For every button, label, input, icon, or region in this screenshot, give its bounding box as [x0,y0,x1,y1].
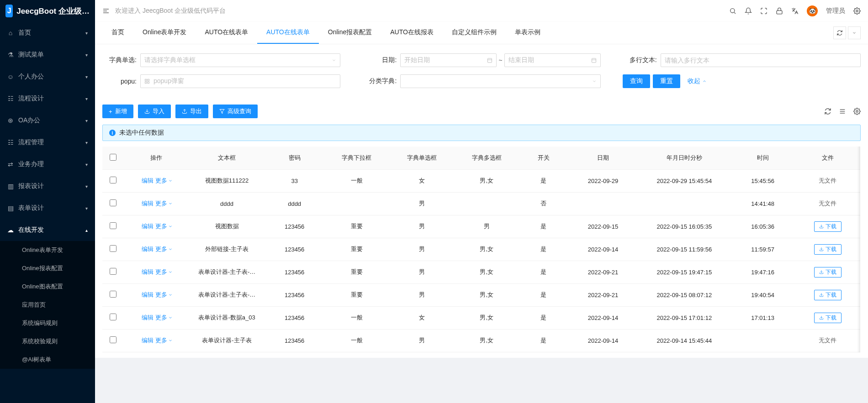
table-refresh-icon[interactable] [824,108,831,115]
sidebar-subitem[interactable]: Online报表配置 [0,259,95,277]
more-link[interactable]: 更多 [155,291,173,299]
tab[interactable]: Online报表配置 [319,22,381,44]
cell-text: 表单设计器-主子表-… [189,283,265,306]
cell-drop: 一般 [324,329,389,352]
tab[interactable]: AUTO在线表单 [257,22,319,44]
sidebar-item-online[interactable]: ☁在线开发▴ [0,219,95,241]
column-header: 日期 [568,147,638,169]
edit-link[interactable]: 编辑 [142,337,153,344]
tab[interactable]: 自定义组件示例 [443,22,506,44]
tab-more-icon[interactable] [848,26,861,39]
sidebar-item[interactable]: ☺个人办公▾ [0,66,95,88]
cell-pwd: 123456 [265,306,324,329]
export-button[interactable]: 导出 [175,105,208,118]
sidebar-item[interactable]: ⚗测试菜单▾ [0,44,95,66]
tab-refresh-icon[interactable] [833,26,846,39]
more-link[interactable]: 更多 [155,314,173,322]
chevron-down-icon [168,178,173,183]
sidebar-subitem[interactable]: Online表单开发 [0,241,95,259]
edit-link[interactable]: 编辑 [142,223,153,230]
edit-link[interactable]: 编辑 [142,177,153,184]
row-checkbox[interactable] [110,268,116,275]
tab[interactable]: AUTO在线报表 [381,22,443,44]
language-icon[interactable] [791,7,799,15]
label-popu: popu: [102,78,137,85]
info-icon: i [109,130,116,136]
cell-file: 无文件 [795,169,860,192]
reset-button[interactable]: 重置 [653,74,680,88]
row-checkbox[interactable] [110,314,116,320]
tab[interactable]: Online表单开发 [133,22,196,44]
table-row: 编辑更多外部链接-主子表123456重要男男,女是2022-09-142022-… [102,238,860,261]
no-file-text: 无文件 [819,177,836,184]
download-button[interactable]: 下载 [814,267,842,277]
tab[interactable]: 单表示例 [506,22,550,44]
sidebar-item[interactable]: ⇄业务办理▾ [0,153,95,175]
sidebar-subitem[interactable]: 应用首页 [0,296,95,314]
sidebar-subitem[interactable]: 系统校验规则 [0,332,95,351]
row-checkbox[interactable] [110,199,116,206]
sidebar-item[interactable]: ▤表单设计▾ [0,197,95,219]
add-button[interactable]: +新增 [102,105,133,118]
more-link[interactable]: 更多 [155,222,173,230]
gear-icon[interactable] [853,108,861,115]
row-checkbox[interactable] [110,177,116,183]
edit-link[interactable]: 编辑 [142,200,153,207]
column-header: 文本框 [189,147,265,169]
sidebar-subitem[interactable]: Online图表配置 [0,277,95,296]
calendar-icon [591,58,597,63]
fullscreen-icon[interactable] [760,7,767,15]
sidebar-subitem[interactable]: @AI树表单 [0,351,95,369]
label-multiline: 多行文本: [623,56,657,64]
column-header: 开关 [519,147,568,169]
multiline-input[interactable] [661,53,861,67]
sidebar-item[interactable]: ⌂首页▾ [0,22,95,44]
row-checkbox[interactable] [110,336,116,343]
dict-category-select[interactable] [400,74,600,88]
density-icon[interactable] [839,108,846,115]
tab[interactable]: AUTO在线表单 [196,22,257,44]
download-button[interactable]: 下载 [814,221,842,232]
download-button[interactable]: 下载 [814,290,842,300]
select-all-checkbox[interactable] [110,154,116,161]
more-link[interactable]: 更多 [155,199,173,208]
sidebar-item[interactable]: ⊛OA办公▾ [0,110,95,131]
popu-input[interactable]: popup弹窗 [140,74,340,88]
more-link[interactable]: 更多 [155,336,173,345]
query-button[interactable]: 查询 [623,74,650,88]
lock-icon[interactable] [776,7,783,15]
more-link[interactable]: 更多 [155,177,173,185]
bell-icon[interactable] [745,7,752,15]
import-button[interactable]: 导入 [138,105,171,118]
edit-link[interactable]: 编辑 [142,314,153,321]
sidebar-item[interactable]: ▥报表设计▾ [0,175,95,197]
date-end-input[interactable]: 结束日期 [504,53,601,67]
date-start-input[interactable]: 开始日期 [400,53,497,67]
search-icon[interactable] [729,7,736,15]
cell-switch: 是 [519,169,568,192]
edit-link[interactable]: 编辑 [142,246,153,252]
chevron-down-icon [168,201,173,206]
cell-radio: 女 [389,169,454,192]
edit-link[interactable]: 编辑 [142,291,153,298]
dict-radio-select[interactable]: 请选择字典单选框 [140,53,340,67]
menu-fold-icon[interactable] [102,7,110,15]
row-checkbox[interactable] [110,291,116,298]
more-link[interactable]: 更多 [155,245,173,253]
sidebar-subitem[interactable]: 系统编码规则 [0,314,95,332]
adv-query-button[interactable]: 高级查询 [213,105,258,118]
download-button[interactable]: 下载 [814,244,842,255]
edit-link[interactable]: 编辑 [142,268,153,275]
tab[interactable]: 首页 [102,22,133,44]
header-user[interactable]: 管理员 [826,7,845,15]
avatar[interactable]: 🐼 [807,5,818,16]
download-button[interactable]: 下载 [814,313,842,323]
more-link[interactable]: 更多 [155,268,173,276]
collapse-link[interactable]: 收起 [688,77,707,85]
chevron-down-icon: ▾ [85,31,88,36]
sidebar-item[interactable]: ☷流程管理▾ [0,131,95,153]
row-checkbox[interactable] [110,245,116,252]
sidebar-item[interactable]: ☷流程设计▾ [0,88,95,110]
settings-icon[interactable] [853,7,861,15]
row-checkbox[interactable] [110,222,116,229]
